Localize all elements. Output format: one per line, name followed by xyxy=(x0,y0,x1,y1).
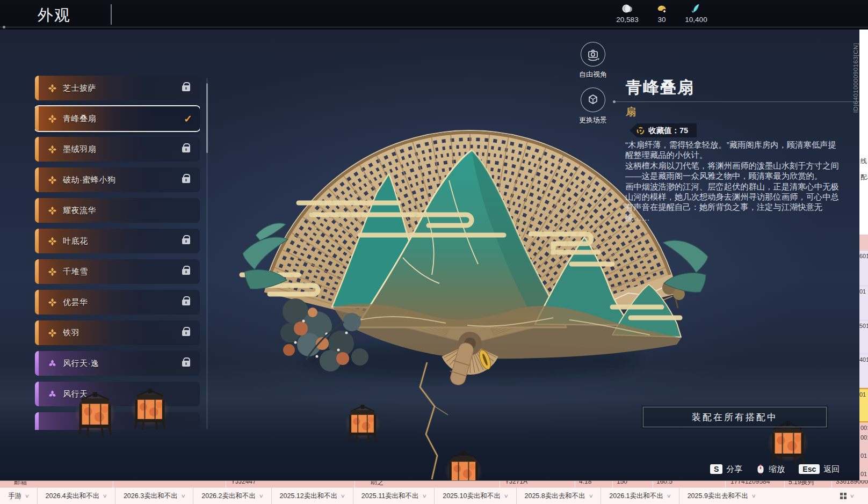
sidebar-item[interactable]: 耀夜流华 xyxy=(35,198,200,223)
collection-value-badge: 收藏值：75 xyxy=(630,123,697,137)
lantern-decor xyxy=(445,450,482,480)
description-paragraph: 这柄檀木扇以刀代笔，将渊州画师的泼墨山水刻于方寸之间——这是藏雨阁一众风雅之物中… xyxy=(625,160,842,181)
sheet-tab[interactable]: 2026.3卖出和不出∨ xyxy=(115,488,193,504)
three-petal-icon xyxy=(48,390,57,399)
zoom-hotkey[interactable]: 缩放 xyxy=(756,464,785,474)
chevron-down-icon: ∨ xyxy=(422,493,426,499)
share-hotkey[interactable]: S 分享 xyxy=(710,464,742,474)
lock-icon xyxy=(182,147,190,152)
rarity-accent-bar xyxy=(35,412,39,430)
sheet-tab-list-button[interactable]: ∨ xyxy=(840,488,854,504)
sidebar-item[interactable]: 千堆雪 xyxy=(35,259,200,284)
sidebar-item[interactable]: 风行天 xyxy=(35,382,200,406)
item-label: 风行天·逸 xyxy=(63,359,99,369)
sheet-tab[interactable]: 2025.8卖出去和不出∨ xyxy=(516,488,601,504)
sheet-tab[interactable]: 2025.10卖出和不出∨ xyxy=(434,488,516,504)
sidebar-scrollbar-thumb[interactable] xyxy=(206,83,208,153)
sidebar-item[interactable]: 风行天·逸 xyxy=(35,351,200,376)
chevron-down-icon: ∨ xyxy=(504,493,509,499)
change-scene-button[interactable] xyxy=(581,87,605,112)
sheet-tab[interactable]: 2025.11卖出和不出∨ xyxy=(353,488,434,504)
equipped-check-icon: ✓ xyxy=(184,113,192,125)
rarity-accent-bar xyxy=(35,259,39,284)
lock-icon xyxy=(182,361,190,367)
chevron-down-icon: ∨ xyxy=(341,493,345,499)
lock-icon xyxy=(182,330,190,336)
game-scene: 芝士披萨 青峰叠扇 ✓ 墨绒羽扇 破劫·蜜蜂小狗 xyxy=(0,30,859,480)
sidebar-item[interactable]: 铁羽 xyxy=(35,320,200,345)
currency-bar: 20,583 30 10,400 xyxy=(616,2,708,24)
key-badge-esc: Esc xyxy=(799,464,820,474)
lantern-decor xyxy=(74,391,116,439)
change-scene-control[interactable]: 更换场景 xyxy=(576,87,610,125)
sidebar-item[interactable]: 优昙华 xyxy=(35,290,200,315)
sheet-tab[interactable]: 手游∨ xyxy=(0,488,37,504)
lock-icon xyxy=(182,269,190,275)
gold-swirl-icon xyxy=(636,126,645,135)
sheet-tab[interactable]: 2025.12卖出和不出∨ xyxy=(271,488,353,504)
four-petal-icon xyxy=(48,267,57,276)
grid-icon xyxy=(840,493,847,499)
rarity-accent-bar xyxy=(35,290,39,315)
description-paragraph: “木扇纤薄，需得轻拿轻放。”藏雨阁库房内，顾清寒低声提醒整理藏品的小伙计。 xyxy=(625,140,842,160)
item-description: “木扇纤薄，需得轻拿轻放。”藏雨阁库房内，顾清寒低声提醒整理藏品的小伙计。 这柄… xyxy=(625,140,842,223)
sidebar-item-partial[interactable] xyxy=(35,412,200,430)
four-petal-icon xyxy=(48,145,57,154)
sheet-tab[interactable]: 2026.4卖出和不出∨ xyxy=(37,488,115,504)
three-petal-icon xyxy=(48,359,57,368)
equip-all-outfits-button[interactable]: 装配在所有搭配中 xyxy=(643,407,827,427)
free-camera-control[interactable]: 自由视角 xyxy=(576,42,610,79)
item-label: 芝士披萨 xyxy=(63,83,96,93)
sidebar-item[interactable]: 芝士披萨 xyxy=(35,76,200,100)
chevron-down-icon: ∨ xyxy=(667,493,671,499)
rarity-accent-bar xyxy=(35,229,39,253)
lantern-decor xyxy=(345,404,380,445)
back-hotkey[interactable]: Esc 返回 xyxy=(799,464,840,474)
sheet-tab[interactable]: 2026.1卖出和不出∨ xyxy=(601,488,678,504)
top-bar: 外观 20,583 30 xyxy=(0,0,868,30)
free-camera-label: 自由视角 xyxy=(579,70,607,79)
four-petal-icon xyxy=(48,298,57,307)
rarity-accent-bar xyxy=(35,137,39,162)
sidebar-item[interactable]: 墨绒羽扇 xyxy=(35,137,200,162)
item-label: 优昙华 xyxy=(63,297,88,308)
item-title: 青峰叠扇 xyxy=(626,77,695,99)
rarity-accent-bar xyxy=(35,198,39,223)
change-scene-icon xyxy=(586,93,600,107)
currency-ingots[interactable]: 30 xyxy=(650,2,674,24)
currency-value: 10,400 xyxy=(685,16,707,24)
four-petal-icon xyxy=(48,84,57,93)
four-petal-icon xyxy=(48,176,57,185)
sidebar-item[interactable]: 破劫·蜜蜂小狗 xyxy=(35,167,200,192)
change-scene-label: 更换场景 xyxy=(579,115,607,125)
sidebar-item-selected[interactable]: 青峰叠扇 ✓ xyxy=(35,106,200,131)
item-label: 耀夜流华 xyxy=(63,206,96,216)
spreadsheet-tab-bar: 手游∨ 2026.4卖出和不出∨ 2026.3卖出和不出∨ 2026.2卖出和不… xyxy=(0,487,868,504)
gold-ingot-icon xyxy=(656,2,668,15)
sheet-tab[interactable]: 2025.9卖出去和不出∨ xyxy=(679,488,764,504)
chevron-down-icon: ∨ xyxy=(103,493,107,499)
rarity-accent-bar xyxy=(35,320,39,345)
mouse-scroll-icon xyxy=(756,464,765,474)
chevron-down-icon: ∨ xyxy=(259,493,264,499)
item-category: 扇 xyxy=(626,105,636,119)
free-camera-button[interactable] xyxy=(581,42,605,67)
sheet-tab[interactable]: 2026.2卖出和不出∨ xyxy=(193,488,271,504)
rarity-accent-bar xyxy=(35,76,39,100)
title-divider xyxy=(614,101,859,102)
cyan-feather-icon xyxy=(690,2,702,15)
currency-value: 20,583 xyxy=(616,16,638,24)
lock-icon xyxy=(182,238,190,244)
four-petal-icon xyxy=(48,237,57,246)
chevron-down-icon: ∨ xyxy=(751,493,756,499)
item-label: 铁羽 xyxy=(63,328,79,338)
cosmetic-item-list: 芝士披萨 青峰叠扇 ✓ 墨绒羽扇 破劫·蜜蜂小狗 xyxy=(35,76,200,430)
item-label: 墨绒羽扇 xyxy=(63,144,96,155)
currency-feathers[interactable]: 10,400 xyxy=(684,2,708,24)
currency-coins[interactable]: 20,583 xyxy=(616,2,639,24)
key-badge-s: S xyxy=(710,464,722,474)
rarity-accent-bar xyxy=(35,167,39,192)
sidebar-item[interactable]: 叶底花 xyxy=(35,229,200,253)
collection-value-label: 收藏值：75 xyxy=(648,126,688,136)
title-divider-caret xyxy=(111,4,112,25)
